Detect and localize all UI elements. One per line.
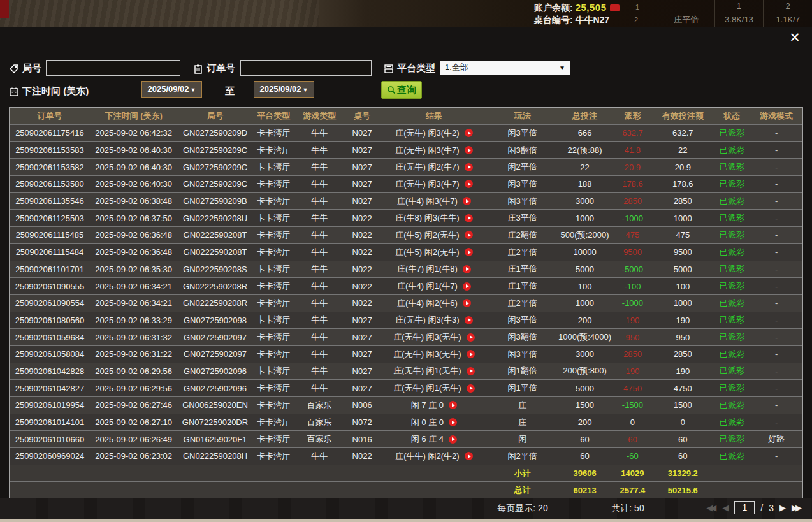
cell-table-no: N027 <box>344 196 380 206</box>
cell-game-mode: - <box>750 247 802 257</box>
cell-status: 已派彩 <box>713 263 750 275</box>
cell-result: 庄(牛5) 闲2(无牛) <box>380 229 488 241</box>
cell-order-no: 250902061019954 <box>10 400 90 410</box>
cell-result: 闲 0 庄 0 <box>380 417 488 428</box>
result-text: 庄(无牛) 闲3(牛2) <box>395 127 459 139</box>
cell-order-no: 250902061090555 <box>10 282 90 291</box>
cell-game-mode: 好路 <box>750 433 802 445</box>
replay-button[interactable] <box>467 384 475 393</box>
round-no-input[interactable] <box>46 60 180 76</box>
first-page-icon[interactable]: ◀◀ <box>706 503 716 512</box>
replay-button[interactable] <box>467 350 475 358</box>
replay-button[interactable] <box>463 197 471 205</box>
cell-round-no: GN02725902097 <box>178 349 253 359</box>
cell-round-no: GN02725902097 <box>178 333 253 342</box>
cell-total-bet: 60 <box>557 435 613 444</box>
table-row: 2509020610905542025-09-02 06:34:21GN0222… <box>10 294 802 312</box>
cell-game-mode: - <box>750 417 802 427</box>
date-from-picker[interactable]: 2025/09/02▼ <box>141 81 202 98</box>
header-bet-time: 下注时间 (美东) <box>90 110 178 122</box>
replay-button[interactable] <box>467 333 475 342</box>
cell-game-mode: - <box>750 163 802 172</box>
cell-bet-time: 2025-09-02 06:27:10 <box>90 417 178 427</box>
subtotal-row-bet: 39606 <box>557 468 613 478</box>
replay-button[interactable] <box>465 316 473 324</box>
platform-type-select[interactable]: 1.全部 ▼ <box>440 61 570 75</box>
subtotal-row-label: 小计 <box>488 468 557 479</box>
replay-button[interactable] <box>465 231 473 239</box>
cell-payout: 4750 <box>613 384 652 393</box>
cell-result: 庄(无牛) 闲3(无牛) <box>380 331 488 343</box>
cell-bet-time: 2025-09-02 06:26:49 <box>90 435 178 444</box>
cell-status: 已派彩 <box>713 280 750 292</box>
cell-valid-bet: 475 <box>652 230 713 240</box>
cell-table-no: N022 <box>344 230 380 240</box>
cell-bet-time: 2025-09-02 06:36:48 <box>90 247 178 257</box>
subtotal-row-payout: 14029 <box>613 468 652 478</box>
cell-bet-time: 2025-09-02 06:34:21 <box>90 298 178 308</box>
odds-row-label: 庄平倍 <box>658 13 714 27</box>
replay-button[interactable] <box>467 367 475 375</box>
cell-total-bet: 666 <box>557 128 613 138</box>
cell-payout: 60 <box>613 435 652 444</box>
cell-result: 庄(牛4) 闲3(牛7) <box>380 196 488 207</box>
table-row: 2509020610106602025-09-02 06:26:49GN0162… <box>10 430 802 447</box>
replay-button[interactable] <box>449 435 457 444</box>
replay-button[interactable] <box>465 248 473 256</box>
last-page-icon[interactable]: ▶▶ <box>792 503 802 512</box>
query-button[interactable]: 查询 <box>381 81 422 99</box>
date-to-picker[interactable]: 2025/09/02▼ <box>254 81 314 98</box>
cell-game-mode: - <box>750 265 802 274</box>
replay-button[interactable] <box>463 299 471 307</box>
cell-game-type: 牛牛 <box>294 365 344 377</box>
cell-round-no: GN0272590209C <box>178 163 253 172</box>
cell-payout: 190 <box>613 315 652 325</box>
cell-result: 庄(无牛) 闲3(牛7) <box>380 145 488 156</box>
replay-button[interactable] <box>465 214 473 222</box>
replay-button[interactable] <box>465 129 473 137</box>
platform-type-value: 1.全部 <box>445 62 468 72</box>
cell-play-style: 闲3平倍 <box>488 314 557 326</box>
cell-bet-time: 2025-09-02 06:31:22 <box>90 349 178 359</box>
cell-play-style: 庄 <box>488 417 557 428</box>
cell-valid-bet: 1000 <box>652 214 713 223</box>
cell-table-no: N027 <box>344 179 380 189</box>
replay-button[interactable] <box>463 265 471 273</box>
replay-button[interactable] <box>449 401 457 409</box>
cell-status: 已派彩 <box>713 298 750 309</box>
cell-total-bet: 5000 <box>557 384 613 393</box>
cell-payout: 2850 <box>613 349 652 359</box>
order-no-input[interactable] <box>240 60 372 76</box>
page-input[interactable]: 1 <box>734 501 755 514</box>
prev-page-icon[interactable]: ◀ <box>722 503 729 512</box>
cell-round-no: GN0272590209B <box>178 196 253 206</box>
replay-button[interactable] <box>463 282 471 291</box>
cell-valid-bet: 2850 <box>652 349 713 359</box>
result-text: 庄(无牛) 闲3(无牛) <box>393 349 461 360</box>
close-icon[interactable]: ✕ <box>787 29 803 46</box>
result-text: 闲 0 庄 0 <box>411 417 444 428</box>
replay-button[interactable] <box>465 146 473 154</box>
cell-table-no: N022 <box>344 265 380 274</box>
replay-button[interactable] <box>465 452 473 460</box>
cell-status: 已派彩 <box>713 212 750 224</box>
cell-order-no: 250902061101701 <box>10 265 90 274</box>
cell-play-style: 庄3平倍 <box>488 212 557 224</box>
cell-bet-time: 2025-09-02 06:35:30 <box>90 265 178 274</box>
cell-order-no: 250902060969024 <box>10 451 90 461</box>
cell-status: 已派彩 <box>713 365 750 377</box>
cell-status: 已派彩 <box>713 196 750 207</box>
next-page-icon[interactable]: ▶ <box>779 503 786 512</box>
replay-button[interactable] <box>465 180 473 188</box>
header-status: 状态 <box>713 110 750 122</box>
clipboard-icon <box>193 64 203 74</box>
round-no-label-group: 局号 <box>9 62 41 75</box>
cell-game-mode: - <box>750 282 802 291</box>
cell-game-mode: - <box>750 384 802 393</box>
bet-time-label: 下注时间 (美东) <box>22 85 89 98</box>
cell-bet-time: 2025-09-02 06:33:29 <box>90 315 178 325</box>
cell-valid-bet: 2850 <box>652 196 713 206</box>
cell-status: 已派彩 <box>713 417 750 428</box>
replay-button[interactable] <box>449 418 457 426</box>
replay-button[interactable] <box>465 163 473 171</box>
